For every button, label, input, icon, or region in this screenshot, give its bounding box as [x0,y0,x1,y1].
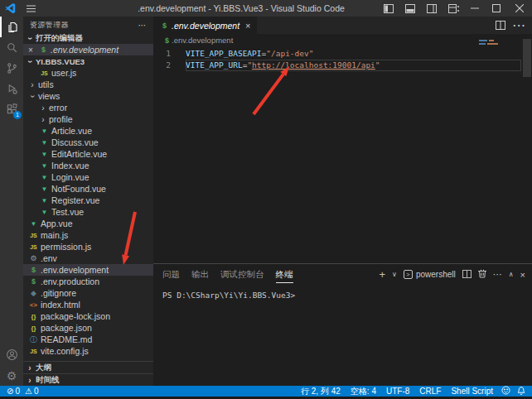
panel-tabs: 问题输出调试控制台终端 [162,267,305,283]
breadcrumb[interactable]: $ .env.development [153,34,532,46]
tab-env-development[interactable]: $ .env.development × [153,17,257,34]
terminal-dropdown-icon[interactable]: ∨ [392,271,397,278]
line-number: 1 [153,48,171,60]
run-debug-icon[interactable] [0,79,23,99]
tree-item[interactable]: $ .env.development [23,264,153,276]
tree-item[interactable]: $ .env.production [23,276,153,287]
status-item[interactable]: 行 2, 列 42 [301,386,341,397]
notifications-bell-icon[interactable] [517,386,525,397]
tree-item[interactable]: › profile [23,113,153,125]
tree-item[interactable]: ▼ Article.vue [23,125,153,137]
file-type-icon: {} [28,313,39,320]
shell-selector[interactable]: > powershell [404,270,456,279]
tree-item[interactable]: ⚙ .env [23,252,153,264]
status-item[interactable]: UTF-8 [386,387,409,396]
tree-item[interactable]: › utils [23,79,153,90]
tree-item[interactable]: {} package.json [23,322,153,334]
feedback-icon[interactable] [501,386,510,397]
status-item[interactable]: CRLF [419,387,441,396]
file-type-icon: ▼ [39,151,50,158]
tree-item[interactable]: ▼ Login.vue [23,171,153,183]
outline-section[interactable]: › 大纲 [23,361,153,373]
split-editor-icon[interactable] [496,18,505,33]
status-item[interactable]: 空格: 4 [351,386,376,397]
tree-item[interactable]: ▼ Register.vue [23,195,153,206]
toggle-panel-icon[interactable] [399,0,421,17]
tree-item[interactable]: ▼ App.vue [23,218,153,229]
tree-item[interactable]: ▼ NotFound.vue [23,183,153,195]
tree-item[interactable]: ▼ Index.vue [23,160,153,171]
code-editor[interactable]: 1 VITE_APP_BASEAPI="/api-dev" 2 VITE_APP… [153,46,532,71]
account-icon[interactable] [0,344,23,365]
sidebar-header: 资源管理器 ⋯ [23,17,153,33]
explorer-sidebar: 资源管理器 ⋯ › 打开的编辑器 × $ .env.development › … [23,17,153,386]
env-var-name: VITE_APP_BASEAPI [186,49,262,58]
tree-item-label: Article.vue [51,126,92,136]
more-actions-icon[interactable]: ⋯ [512,17,525,33]
minimap[interactable] [479,40,519,46]
open-editor-item[interactable]: × $ .env.development [23,44,153,55]
maximize-button[interactable] [486,0,507,17]
timeline-section[interactable]: › 时间线 [23,373,153,386]
split-terminal-icon[interactable] [462,270,472,280]
panel-tab[interactable]: 问题 [162,267,180,282]
close-editor-icon[interactable]: × [28,46,38,55]
tree-item-label: profile [49,114,73,124]
env-var-value: "/api-dev" [266,49,313,58]
kill-terminal-icon[interactable] [478,269,486,280]
menu-hamburger-icon[interactable] [22,5,40,12]
tree-item[interactable]: JS user.js [23,67,153,79]
close-button[interactable] [507,0,532,17]
settings-gear-icon[interactable]: ⚙ [0,365,23,386]
url-link[interactable]: http://localhost:19001/api [252,60,375,70]
file-type-icon: ▼ [28,220,39,228]
tree-item[interactable]: ▼ EditArticle.vue [23,148,153,160]
timeline-label: 时间线 [36,375,60,386]
search-icon[interactable] [0,37,23,58]
source-control-icon[interactable] [0,58,23,79]
tree-item-label: utils [38,79,54,89]
sidebar-more-actions-icon[interactable]: ⋯ [138,21,147,30]
customize-layout-icon[interactable] [443,0,464,17]
chevron-icon: › [39,103,47,113]
vscode-logo-icon [0,2,22,14]
panel-more-actions-icon[interactable]: ⋯ [493,269,502,280]
terminal-prompt: PS D:\CSharp\Yi\Yi.BBS.Vue3> [162,291,295,300]
file-type-icon: ◆ [28,289,39,297]
chevron-right-icon: › [26,376,34,385]
panel-tab[interactable]: 调试控制台 [220,267,264,282]
tree-item[interactable]: JS permission.js [23,241,153,252]
tree-item[interactable]: › error [23,102,153,113]
explorer-icon[interactable] [0,17,23,37]
close-panel-icon[interactable]: × [520,270,525,280]
terminal-content[interactable]: PS D:\CSharp\Yi\Yi.BBS.Vue3> [153,285,532,300]
tree-item[interactable]: ▼ Test.vue [23,206,153,218]
tree-item[interactable]: JS main.js [23,229,153,241]
extensions-icon[interactable]: 1 [0,99,23,120]
tree-item-label: permission.js [41,242,91,252]
tree-item[interactable]: ⓘ README.md [23,334,153,345]
tree-item-label: Login.vue [51,172,89,182]
new-terminal-icon[interactable]: + [379,268,385,281]
shell-file-icon: $ [38,46,49,54]
status-item[interactable]: Shell Script [451,387,493,396]
problems-status[interactable]: ⊘0 ⚠0 [7,387,38,396]
panel-tab[interactable]: 终端 [276,267,293,283]
maximize-panel-icon[interactable]: ∧ [509,271,514,278]
file-type-icon: JS [39,70,50,76]
tree-item[interactable]: ◆ .gitignore [23,287,153,299]
tab-close-icon[interactable]: × [245,21,250,31]
project-section[interactable]: › YI.BBS.VUE3 [23,55,153,67]
tree-item[interactable]: JS vite.config.js [23,345,153,357]
minimize-button[interactable] [464,0,486,17]
open-editors-section[interactable]: › 打开的编辑器 [23,33,153,44]
code-line-1: 1 VITE_APP_BASEAPI="/api-dev" [153,48,532,60]
code-line-2: 2 VITE_APP_URL="http://localhost:19001/a… [153,60,532,71]
panel-tab[interactable]: 输出 [191,267,209,282]
toggle-secondary-sidebar-icon[interactable] [421,0,443,17]
tree-item[interactable]: › views [23,90,153,102]
tree-item[interactable]: {} package-lock.json [23,310,153,322]
tree-item[interactable]: ▼ Discuss.vue [23,137,153,148]
file-type-icon: ▼ [39,162,50,170]
tree-item[interactable]: <> index.html [23,299,153,310]
